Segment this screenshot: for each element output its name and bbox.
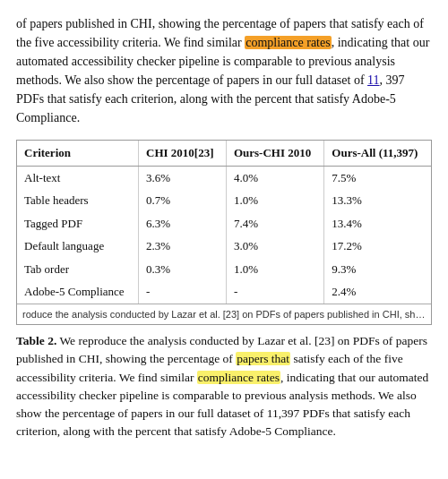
table-cell: 13.3%	[324, 189, 431, 212]
highlight-papers-that: papers that	[236, 352, 290, 365]
table-cell: 0.3%	[139, 258, 227, 281]
table-caption: Table 2. We reproduce the analysis condu…	[16, 332, 432, 441]
table-cell: Adobe-5 Compliance	[17, 280, 139, 304]
table-row: Adobe-5 Compliance--2.4%	[17, 280, 431, 304]
table-row: Alt-text3.6%4.0%7.5%	[17, 166, 431, 189]
table-cell: Default language	[17, 235, 139, 258]
table-cell: 0.7%	[139, 189, 227, 212]
table-cell: 7.4%	[226, 212, 323, 235]
highlight-compliance-rates-top: compliance rates	[245, 36, 331, 49]
table-cell: 2.4%	[324, 280, 431, 304]
table-scroll-caption: roduce the analysis conducted by Lazar e…	[17, 304, 431, 325]
table-cell: 6.3%	[139, 212, 227, 235]
table-row: Tab order0.3%1.0%9.3%	[17, 258, 431, 281]
table-cell: 1.0%	[226, 258, 323, 281]
table-cell: 4.0%	[226, 166, 323, 189]
table-header-row: Criterion CHI 2010[23] Ours-CHI 2010 Our…	[17, 141, 431, 166]
table-cell: 1.0%	[226, 189, 323, 212]
accessibility-table: Criterion CHI 2010[23] Ours-CHI 2010 Our…	[17, 141, 431, 304]
table-row: Default language2.3%3.0%17.2%	[17, 235, 431, 258]
table-label: Table 2.	[16, 334, 56, 347]
col-ours-all: Ours-All (11,397)	[324, 141, 431, 166]
table-cell: 3.0%	[226, 235, 323, 258]
table-cell: Tagged PDF	[17, 212, 139, 235]
col-ours-chi: Ours-CHI 2010	[226, 141, 323, 166]
table-row: Table headers0.7%1.0%13.3%	[17, 189, 431, 212]
table-cell: 3.6%	[139, 166, 227, 189]
table-cell: Alt-text	[17, 166, 139, 189]
link-11[interactable]: 11	[367, 73, 379, 87]
col-chi2010: CHI 2010[23]	[139, 141, 227, 166]
table-cell: 2.3%	[139, 235, 227, 258]
table-cell: 13.4%	[324, 212, 431, 235]
table-cell: 17.2%	[324, 235, 431, 258]
highlight-compliance-rates-bottom: compliance rates	[197, 371, 280, 384]
col-criterion: Criterion	[17, 141, 139, 166]
table-cell: 7.5%	[324, 166, 431, 189]
table-cell: Tab order	[17, 258, 139, 281]
table-cell: -	[226, 280, 323, 304]
top-paragraph: of papers published in CHI, showing the …	[16, 14, 432, 127]
table-cell: 9.3%	[324, 258, 431, 281]
table-cell: -	[139, 280, 227, 304]
data-table-wrapper: Criterion CHI 2010[23] Ours-CHI 2010 Our…	[16, 140, 432, 325]
table-cell: Table headers	[17, 189, 139, 212]
table-row: Tagged PDF6.3%7.4%13.4%	[17, 212, 431, 235]
